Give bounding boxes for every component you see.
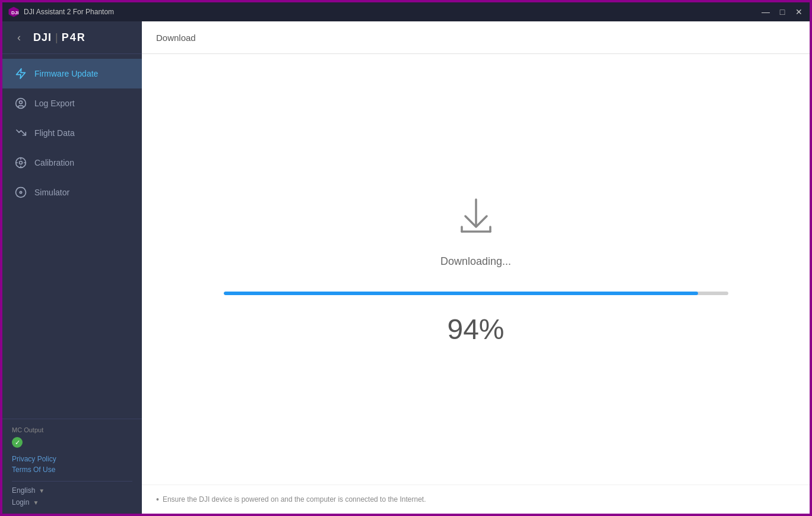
bullet-icon: • (156, 495, 159, 504)
svg-point-4 (20, 101, 23, 104)
progress-bar-fill (224, 292, 698, 295)
sidebar-item-label-flight: Flight Data (34, 128, 75, 138)
maximize-button[interactable]: □ (778, 7, 787, 17)
progress-percent: 94% (447, 313, 504, 346)
sidebar-item-firmware-update[interactable]: Firmware Update (2, 59, 142, 88)
download-status-text: Downloading... (440, 255, 511, 268)
logo-divider: | (55, 31, 58, 44)
content-body: Downloading... 94% (142, 54, 810, 485)
flight-data-icon (14, 126, 27, 140)
sidebar-item-log-export[interactable]: Log Export (2, 88, 142, 118)
main-content: Download Downloading... (142, 21, 810, 514)
svg-marker-2 (17, 69, 26, 79)
sidebar: ‹ DJI | P4R Firmware Update (2, 21, 142, 514)
footer-divider (12, 481, 132, 482)
sidebar-item-simulator[interactable]: Simulator (2, 178, 142, 207)
svg-point-6 (20, 162, 23, 164)
close-button[interactable]: ✕ (794, 7, 804, 17)
logo-dji: DJI (33, 31, 52, 44)
language-dropdown-arrow: ▼ (39, 487, 45, 494)
app-icon: DJI (8, 7, 19, 17)
simulator-icon (14, 186, 27, 199)
footer-selects: English ▼ Login ▼ (12, 486, 132, 506)
sidebar-header: ‹ DJI | P4R (2, 21, 142, 54)
language-label: English (12, 486, 35, 495)
firmware-update-icon (14, 67, 27, 80)
content-header: Download (142, 21, 810, 54)
window-controls: — □ ✕ (761, 7, 804, 17)
minimize-button[interactable]: — (761, 7, 770, 17)
footer-links: Privacy Policy Terms Of Use (12, 455, 132, 474)
mc-output-label: MC Output (12, 426, 132, 433)
content-footer: • Ensure the DJI device is powered on an… (142, 485, 810, 514)
sidebar-item-label-simulator: Simulator (34, 188, 69, 197)
window-frame: DJI DJI Assistant 2 For Phantom — □ ✕ ‹ … (2, 2, 810, 514)
mc-status-check-icon: ✓ (15, 439, 20, 447)
mc-status-indicator: ✓ (12, 437, 23, 448)
language-selector[interactable]: English ▼ (12, 486, 132, 495)
sidebar-item-label-calibration: Calibration (34, 158, 74, 167)
download-icon (452, 194, 500, 241)
download-icon-container (452, 194, 500, 243)
sidebar-item-label-firmware: Firmware Update (34, 69, 98, 78)
login-dropdown-arrow: ▼ (33, 499, 39, 506)
footer-note-text: Ensure the DJI device is powered on and … (163, 495, 426, 504)
svg-text:DJI: DJI (11, 10, 18, 15)
title-bar: DJI DJI Assistant 2 For Phantom — □ ✕ (2, 2, 810, 21)
svg-point-11 (20, 191, 21, 193)
sidebar-item-calibration[interactable]: Calibration (2, 148, 142, 178)
content-title: Download (156, 33, 196, 43)
logo-model: P4R (62, 31, 86, 44)
progress-bar-container (224, 292, 728, 295)
privacy-policy-link[interactable]: Privacy Policy (12, 455, 132, 463)
back-button[interactable]: ‹ (11, 29, 27, 46)
calibration-icon (14, 156, 27, 169)
sidebar-item-label-log: Log Export (34, 99, 75, 108)
sidebar-item-flight-data[interactable]: Flight Data (2, 118, 142, 148)
sidebar-footer: MC Output ✓ Privacy Policy Terms Of Use … (2, 419, 142, 514)
title-bar-text: DJI Assistant 2 For Phantom (24, 8, 761, 16)
log-export-icon (14, 97, 27, 110)
footer-note: • Ensure the DJI device is powered on an… (156, 495, 795, 504)
login-selector[interactable]: Login ▼ (12, 498, 132, 506)
logo-area: DJI | P4R (33, 31, 86, 44)
terms-of-use-link[interactable]: Terms Of Use (12, 466, 132, 474)
login-label: Login (12, 498, 29, 506)
nav-menu: Firmware Update Log Export (2, 54, 142, 419)
app-body: ‹ DJI | P4R Firmware Update (2, 21, 810, 514)
